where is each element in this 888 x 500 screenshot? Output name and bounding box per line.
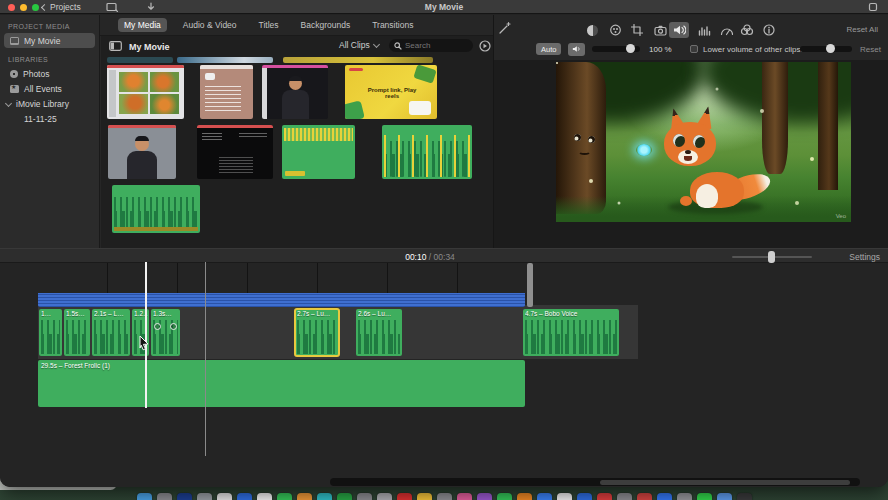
dock-icon[interactable] xyxy=(497,493,512,500)
dock-icon[interactable] xyxy=(657,493,672,500)
dock-icon[interactable] xyxy=(137,493,152,500)
dock-icon[interactable] xyxy=(637,493,652,500)
stabilization-icon[interactable] xyxy=(650,22,670,38)
sidebar-item-photos[interactable]: Photos xyxy=(0,66,99,81)
clip-info-icon[interactable] xyxy=(759,22,779,38)
share-icon[interactable] xyxy=(868,2,878,12)
media-thumbnail-notes-document[interactable] xyxy=(200,65,253,119)
timeline-settings-button[interactable]: Settings xyxy=(849,252,880,262)
dock-icon[interactable] xyxy=(377,493,392,500)
dock-icon[interactable] xyxy=(517,493,532,500)
video-preview[interactable]: Veo xyxy=(556,62,851,222)
audio-clip-selected[interactable]: 2.7s – Lu… xyxy=(295,309,339,356)
sidebar-item-all-events[interactable]: All Events xyxy=(0,81,99,96)
lower-volume-slider[interactable] xyxy=(800,46,852,52)
dock-icon[interactable] xyxy=(677,493,692,500)
dock-icon[interactable] xyxy=(177,493,192,500)
dock-icon[interactable] xyxy=(457,493,472,500)
media-thumbnail-vlogger[interactable] xyxy=(262,65,328,119)
dock-icon[interactable] xyxy=(217,493,232,500)
dock-icon[interactable] xyxy=(297,493,312,500)
timeline-zoom-knob[interactable] xyxy=(768,251,775,263)
volume-icon[interactable] xyxy=(669,22,689,38)
tab-titles[interactable]: Titles xyxy=(253,18,285,32)
dock-icon[interactable] xyxy=(537,493,552,500)
enhance-wand-icon[interactable] xyxy=(498,21,512,35)
dock-icon[interactable] xyxy=(317,493,332,500)
dock-icon[interactable] xyxy=(277,493,292,500)
audio-clip[interactable]: 2.6s – Lu… xyxy=(356,309,402,356)
sidebar-item-my-movie[interactable]: My Movie xyxy=(4,33,95,48)
dock-icon[interactable] xyxy=(697,493,712,500)
dock-icon[interactable] xyxy=(197,493,212,500)
sidebar-item-imovie-library[interactable]: iMovie Library xyxy=(0,96,99,111)
dock-icon[interactable] xyxy=(717,493,732,500)
media-thumbnail-audio-waveform[interactable] xyxy=(382,125,472,179)
scrollbar-thumb[interactable] xyxy=(600,480,850,485)
person-shirt xyxy=(127,151,157,179)
audio-clip[interactable]: 1… xyxy=(39,309,62,356)
reset-button[interactable]: Reset xyxy=(860,45,881,54)
tab-my-media[interactable]: My Media xyxy=(118,18,167,32)
speed-icon[interactable] xyxy=(716,22,736,38)
media-thumbnail-screen-recording[interactable] xyxy=(107,65,184,119)
media-thumbnail-terminal[interactable] xyxy=(197,125,273,179)
audio-clip[interactable]: 4.7s – Bobo Voice xyxy=(523,309,619,356)
mute-button[interactable] xyxy=(568,43,585,56)
dock-icon[interactable] xyxy=(737,493,752,500)
media-thumbnail-clipped[interactable] xyxy=(283,57,433,63)
timeline[interactable]: 1… 1.5s… 2.1s – L… 1.2… 1.3s… 2.7s – Lu…… xyxy=(0,263,888,487)
background-music-clip[interactable]: 29.5s – Forest Frolic (1) xyxy=(38,360,525,407)
tab-transitions[interactable]: Transitions xyxy=(366,18,419,32)
media-thumbnail-clipped[interactable] xyxy=(177,57,273,63)
video-clip-filmstrip[interactable] xyxy=(38,263,525,307)
lower-volume-checkbox[interactable] xyxy=(690,45,698,53)
dock-icon[interactable] xyxy=(397,493,412,500)
dock-icon[interactable] xyxy=(337,493,352,500)
auto-volume-button[interactable]: Auto xyxy=(536,43,561,55)
volume-slider[interactable] xyxy=(592,46,640,52)
clip-end-handle[interactable] xyxy=(527,263,533,307)
dock-icon[interactable] xyxy=(357,493,372,500)
search-field[interactable] xyxy=(389,39,473,52)
dock-icon[interactable] xyxy=(157,493,172,500)
tab-audio-video[interactable]: Audio & Video xyxy=(177,18,243,32)
color-correction-icon[interactable] xyxy=(605,22,625,38)
horizontal-scrollbar[interactable] xyxy=(330,478,860,486)
tab-backgrounds[interactable]: Backgrounds xyxy=(295,18,357,32)
media-thumbnail-promo[interactable]: Prompt link, Play reels xyxy=(345,65,437,119)
audio-clip[interactable]: 1.5s… xyxy=(64,309,90,356)
timeline-zoom-slider[interactable] xyxy=(732,256,812,258)
filters-icon[interactable] xyxy=(737,22,757,38)
dock-icon[interactable] xyxy=(237,493,252,500)
dock-icon[interactable] xyxy=(477,493,492,500)
dock-icon[interactable] xyxy=(257,493,272,500)
sidebar-item-event-date[interactable]: 11-11-25 xyxy=(0,111,99,126)
all-clips-filter[interactable]: All Clips xyxy=(339,40,379,50)
crop-icon[interactable] xyxy=(627,22,647,38)
noise-reduction-icon[interactable] xyxy=(694,22,714,38)
media-thumbnail-clipped[interactable] xyxy=(107,57,173,63)
audio-clip[interactable]: 1.3s… xyxy=(151,309,180,356)
media-thumbnail-talking-head[interactable] xyxy=(108,125,176,179)
dock-icon[interactable] xyxy=(417,493,432,500)
dock-icon[interactable] xyxy=(437,493,452,500)
volume-slider-knob[interactable] xyxy=(626,44,635,53)
media-thumbnail-audio-yellow[interactable] xyxy=(282,125,355,179)
media-thumbnail-audio-clip[interactable] xyxy=(112,185,200,233)
dock-icon[interactable] xyxy=(597,493,612,500)
dock-icon[interactable] xyxy=(617,493,632,500)
color-balance-icon[interactable] xyxy=(582,22,602,38)
disclosure-chevron-icon[interactable] xyxy=(5,100,12,107)
audio-clip[interactable]: 2.1s – L… xyxy=(92,309,130,356)
volume-point-badge[interactable] xyxy=(154,323,161,330)
dock[interactable] xyxy=(0,493,888,500)
sidebar-toggle-icon[interactable] xyxy=(109,41,122,51)
volume-point-badge[interactable] xyxy=(170,323,177,330)
dock-icon[interactable] xyxy=(577,493,592,500)
search-input[interactable] xyxy=(405,41,465,50)
browser-forward-icon[interactable] xyxy=(479,40,491,52)
dock-icon[interactable] xyxy=(557,493,572,500)
lower-volume-knob[interactable] xyxy=(826,44,835,53)
reset-all-button[interactable]: Reset All xyxy=(846,25,878,34)
